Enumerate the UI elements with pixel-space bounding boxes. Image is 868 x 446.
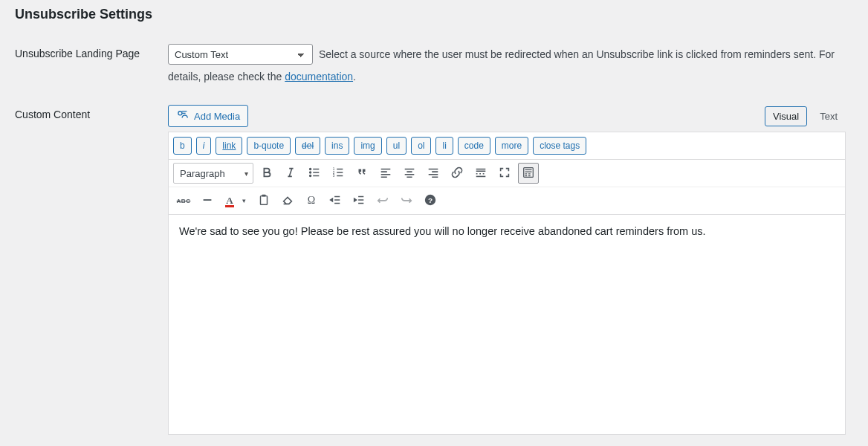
svg-point-0 <box>178 111 182 114</box>
documentation-link[interactable]: documentation <box>285 71 353 83</box>
qt-li[interactable]: li <box>435 137 453 155</box>
svg-text:3: 3 <box>333 174 335 178</box>
landing-page-select[interactable]: Custom Text <box>168 44 313 65</box>
align-center-icon <box>403 166 416 181</box>
help-button[interactable]: ? <box>420 190 441 211</box>
redo-button[interactable] <box>396 190 417 211</box>
qt-link[interactable]: link <box>216 137 242 155</box>
landing-desc-inline: Select a source where the user must be r… <box>319 48 835 60</box>
outdent-icon <box>328 193 342 209</box>
mce-toolbar: Paragraph 123 <box>168 159 846 215</box>
qt-img[interactable]: img <box>354 137 381 155</box>
italic-icon <box>284 166 297 181</box>
clipboard-icon <box>257 193 271 209</box>
format-select[interactable]: Paragraph <box>173 163 253 184</box>
align-right-icon <box>427 166 440 181</box>
tab-text[interactable]: Text <box>812 106 846 126</box>
fullscreen-icon <box>498 166 511 181</box>
strikethrough-icon: ABC <box>177 198 191 204</box>
qt-bquote[interactable]: b-quote <box>247 137 291 155</box>
kitchen-sink-icon <box>522 166 535 181</box>
qt-code[interactable]: code <box>458 137 490 155</box>
hr-button[interactable] <box>197 190 218 211</box>
add-media-button[interactable]: Add Media <box>168 105 248 127</box>
paste-text-button[interactable] <box>253 190 274 211</box>
qt-ol[interactable]: ol <box>411 137 431 155</box>
align-left-icon <box>379 166 392 181</box>
media-icon <box>176 109 190 124</box>
undo-button[interactable] <box>372 190 393 211</box>
editor-tabs: Visual Text <box>765 106 846 126</box>
bold-icon <box>260 166 273 181</box>
align-right-button[interactable] <box>423 163 444 184</box>
undo-icon <box>376 193 389 209</box>
editor-content[interactable]: We're sad to see you go! Please be rest … <box>168 215 846 435</box>
qt-ins[interactable]: ins <box>325 137 349 155</box>
numbered-list-button[interactable]: 123 <box>328 163 349 184</box>
svg-point-2 <box>310 172 311 173</box>
tab-visual[interactable]: Visual <box>765 106 807 126</box>
landing-page-label: Unsubscribe Landing Page <box>15 33 161 94</box>
add-media-label: Add Media <box>194 111 240 122</box>
qt-bold[interactable]: b <box>173 137 192 155</box>
fullscreen-button[interactable] <box>494 163 515 184</box>
text-color-dropdown[interactable]: ▾ <box>239 190 250 211</box>
svg-point-1 <box>310 168 311 169</box>
indent-button[interactable] <box>349 190 369 211</box>
list-ul-icon <box>308 166 321 181</box>
eraser-icon <box>281 193 294 209</box>
redo-icon <box>400 193 413 209</box>
chevron-down-icon: ▾ <box>242 197 246 204</box>
svg-rect-8 <box>261 195 268 204</box>
qt-del[interactable]: del <box>295 137 320 155</box>
custom-content-label: Custom Content <box>15 94 161 446</box>
svg-point-3 <box>310 175 311 176</box>
clear-formatting-button[interactable] <box>277 190 298 211</box>
section-title: Unsubscribe Settings <box>15 0 853 33</box>
insert-link-button[interactable] <box>447 163 467 184</box>
italic-button[interactable] <box>280 163 301 184</box>
landing-desc-post: . <box>353 71 356 83</box>
svg-rect-9 <box>262 194 265 196</box>
svg-text:?: ? <box>428 195 433 204</box>
quicktags-toolbar: b i link b-quote del ins img ul ol li co… <box>168 132 846 159</box>
quote-icon <box>355 166 369 181</box>
list-ol-icon: 123 <box>331 166 345 181</box>
bold-button[interactable] <box>256 163 277 184</box>
omega-icon: Ω <box>308 195 315 207</box>
text-color-button[interactable]: A <box>221 190 239 211</box>
editor-wrap: Add Media Visual Text b i link b-quote d… <box>168 105 846 435</box>
bulleted-list-button[interactable] <box>304 163 325 184</box>
readmore-icon <box>474 166 488 181</box>
align-left-button[interactable] <box>375 163 396 184</box>
outdent-button[interactable] <box>325 190 346 211</box>
blockquote-button[interactable] <box>352 163 372 184</box>
landing-desc-pre: details, please check the <box>168 71 285 83</box>
link-icon <box>450 166 464 181</box>
indent-icon <box>352 193 366 209</box>
help-icon: ? <box>424 193 437 209</box>
qt-close-tags[interactable]: close tags <box>533 137 586 155</box>
toolbar-toggle-button[interactable] <box>518 163 539 184</box>
hr-icon <box>201 193 214 209</box>
qt-ul[interactable]: ul <box>386 137 407 155</box>
special-char-button[interactable]: Ω <box>301 190 322 211</box>
qt-italic[interactable]: i <box>196 137 212 155</box>
text-color-swatch <box>225 205 234 207</box>
qt-more[interactable]: more <box>495 137 528 155</box>
strikethrough-button[interactable]: ABC <box>173 190 194 211</box>
align-center-button[interactable] <box>399 163 420 184</box>
insert-more-button[interactable] <box>470 163 491 184</box>
